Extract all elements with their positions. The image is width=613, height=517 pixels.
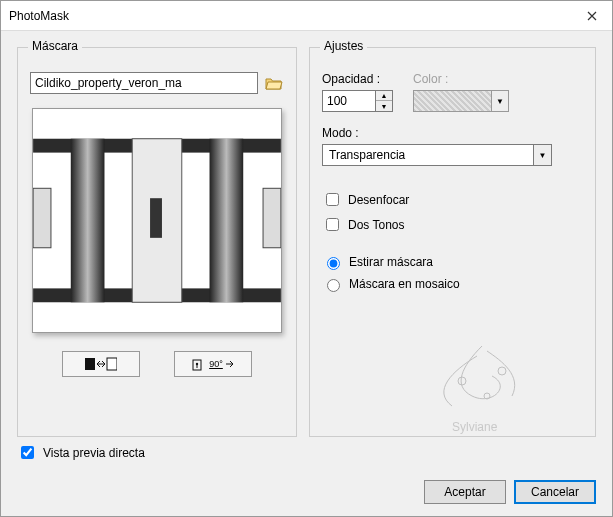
opacity-input[interactable] bbox=[322, 90, 376, 112]
adjust-legend: Ajustes bbox=[320, 39, 367, 53]
dialog-window: PhotoMask Máscara bbox=[0, 0, 613, 517]
opacity-spin-down[interactable]: ▼ bbox=[376, 101, 392, 111]
titlebar: PhotoMask bbox=[1, 1, 612, 31]
tile-label: Máscara en mosaico bbox=[349, 277, 460, 291]
svg-rect-4 bbox=[210, 139, 244, 303]
svg-point-12 bbox=[196, 363, 198, 365]
rotate-icon bbox=[191, 356, 207, 372]
svg-rect-3 bbox=[71, 139, 105, 303]
mask-preview bbox=[32, 108, 282, 333]
mask-preview-image bbox=[33, 109, 281, 332]
close-icon bbox=[587, 11, 597, 21]
invert-icon bbox=[85, 356, 117, 372]
color-field: Color : ▼ bbox=[413, 72, 509, 112]
mask-filename-input[interactable] bbox=[30, 72, 258, 94]
tile-radio-row[interactable]: Máscara en mosaico bbox=[322, 276, 583, 292]
svg-rect-9 bbox=[85, 358, 95, 370]
mode-label: Modo : bbox=[322, 126, 583, 140]
twotone-checkbox[interactable] bbox=[326, 218, 339, 231]
stretch-radio[interactable] bbox=[327, 257, 340, 270]
ok-button[interactable]: Aceptar bbox=[424, 480, 506, 504]
stretch-radio-row[interactable]: Estirar máscara bbox=[322, 254, 583, 270]
twotone-checkbox-row[interactable]: Dos Tonos bbox=[322, 215, 583, 234]
color-swatch-preview bbox=[414, 91, 492, 111]
svg-rect-6 bbox=[150, 198, 162, 238]
mode-value[interactable] bbox=[322, 144, 534, 166]
direct-preview-label: Vista previa directa bbox=[43, 446, 145, 460]
rotate-deg-label: 90° bbox=[209, 359, 223, 369]
blur-checkbox-row[interactable]: Desenfocar bbox=[322, 190, 583, 209]
color-label: Color : bbox=[413, 72, 509, 86]
color-picker[interactable]: ▼ bbox=[413, 90, 509, 112]
twotone-label: Dos Tonos bbox=[348, 218, 404, 232]
mask-legend: Máscara bbox=[28, 39, 82, 53]
browse-folder-button[interactable] bbox=[264, 74, 284, 92]
tile-radio[interactable] bbox=[327, 279, 340, 292]
mode-combobox[interactable]: ▼ bbox=[322, 144, 552, 166]
adjust-group: Ajustes Opacidad : ▲ ▼ Color : bbox=[309, 47, 596, 437]
blur-label: Desenfocar bbox=[348, 193, 409, 207]
opacity-spin-up[interactable]: ▲ bbox=[376, 91, 392, 101]
direct-preview-row[interactable]: Vista previa directa bbox=[17, 443, 596, 462]
chevron-down-icon: ▼ bbox=[534, 144, 552, 166]
svg-rect-10 bbox=[107, 358, 117, 370]
close-button[interactable] bbox=[572, 1, 612, 31]
svg-rect-8 bbox=[263, 188, 281, 247]
rotate-mask-button[interactable]: 90° bbox=[174, 351, 252, 377]
stretch-label: Estirar máscara bbox=[349, 255, 433, 269]
mask-group: Máscara bbox=[17, 47, 297, 437]
window-title: PhotoMask bbox=[9, 9, 572, 23]
opacity-label: Opacidad : bbox=[322, 72, 393, 86]
direct-preview-checkbox[interactable] bbox=[21, 446, 34, 459]
folder-open-icon bbox=[265, 76, 283, 90]
svg-rect-7 bbox=[33, 188, 51, 247]
cancel-button[interactable]: Cancelar bbox=[514, 480, 596, 504]
opacity-field: Opacidad : ▲ ▼ bbox=[322, 72, 393, 112]
chevron-down-icon: ▼ bbox=[492, 91, 508, 111]
blur-checkbox[interactable] bbox=[326, 193, 339, 206]
arrow-right-icon bbox=[225, 359, 235, 369]
invert-mask-button[interactable] bbox=[62, 351, 140, 377]
